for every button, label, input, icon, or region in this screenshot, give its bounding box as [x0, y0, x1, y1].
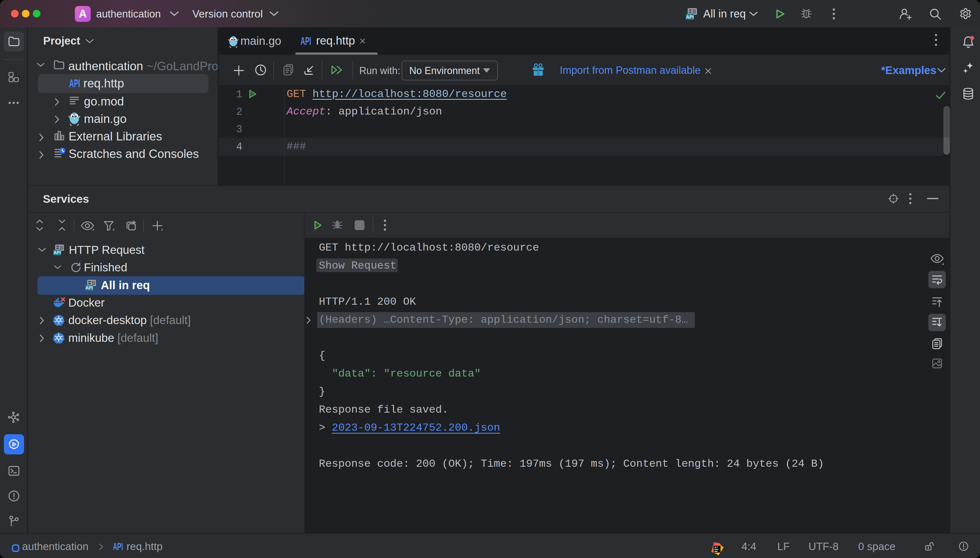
- svg-text:BRA: BRA: [715, 548, 719, 551]
- svg-text:API: API: [85, 286, 93, 290]
- svg-text:API: API: [54, 250, 61, 255]
- svg-text:API: API: [686, 15, 694, 20]
